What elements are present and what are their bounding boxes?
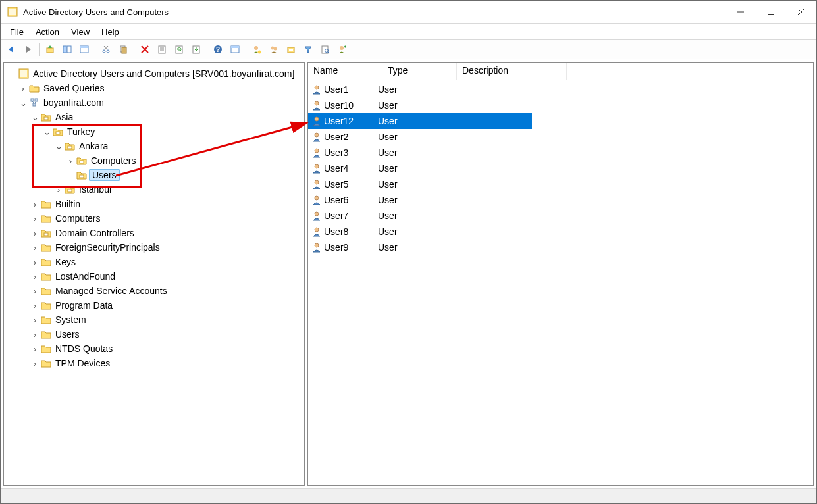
expand-icon[interactable]: › [30, 228, 40, 238]
back-button[interactable] [3, 41, 19, 57]
new-ou-button[interactable] [283, 41, 299, 57]
list-row[interactable]: User10User [308, 97, 813, 113]
tree-label: NTDS Quotas [54, 343, 114, 354]
column-name[interactable]: Name [308, 63, 382, 80]
minimize-button[interactable] [725, 2, 756, 22]
svg-line-13 [105, 46, 108, 50]
list-cell-type: User [378, 84, 441, 95]
tree-program-data[interactable]: › Program Data [8, 298, 300, 313]
expand-icon[interactable]: › [30, 214, 40, 224]
tree-system[interactable]: › System [8, 313, 300, 327]
list-row[interactable]: User9User [308, 239, 813, 255]
new-group-button[interactable] [266, 41, 282, 57]
expand-icon[interactable]: › [30, 243, 40, 253]
list-cell-type: User [378, 132, 441, 142]
tree-ankara-computers[interactable]: › Computers [8, 153, 300, 168]
tree-ankara-users[interactable]: Users [8, 168, 300, 182]
search-button[interactable] [317, 41, 333, 57]
expand-icon[interactable]: › [30, 286, 40, 296]
list-row[interactable]: User4User [308, 161, 813, 176]
tree-lostandfound[interactable]: › LostAndFound [8, 269, 300, 284]
tree-turkey[interactable]: ⌄ Turkey [8, 124, 300, 139]
tree-root[interactable]: Active Directory Users and Computers [SR… [8, 66, 300, 81]
svg-rect-50 [68, 189, 72, 192]
tree-saved-queries[interactable]: › Saved Queries [8, 81, 300, 95]
tree-istanbul[interactable]: › Istanbul [8, 182, 300, 197]
expand-icon[interactable]: › [30, 272, 40, 282]
list-row[interactable]: User12User [308, 113, 532, 129]
filter-button[interactable] [300, 41, 316, 57]
folder-icon [41, 199, 51, 209]
svg-point-31 [274, 47, 277, 51]
tree-domain[interactable]: ⌄ boyanfirat.com [8, 95, 300, 110]
tree-asia[interactable]: ⌄ Asia [8, 110, 300, 124]
refresh-button[interactable] [171, 41, 187, 57]
svg-rect-8 [67, 46, 71, 53]
properties-button[interactable] [154, 41, 170, 57]
folder-icon [41, 271, 51, 282]
svg-point-59 [315, 196, 319, 200]
close-button[interactable] [786, 2, 816, 22]
menu-help[interactable]: Help [96, 26, 124, 38]
tree-domain-controllers[interactable]: › Domain Controllers [8, 226, 300, 240]
expand-icon[interactable]: › [30, 359, 40, 368]
collapse-icon[interactable]: ⌄ [30, 113, 40, 122]
expand-icon[interactable]: › [66, 156, 75, 166]
expand-icon[interactable]: › [54, 185, 63, 195]
collapse-icon[interactable]: ⌄ [54, 141, 63, 151]
tree-pane[interactable]: Active Directory Users and Computers [SR… [3, 62, 305, 486]
list-row[interactable]: User6User [308, 192, 813, 208]
new-user-button[interactable] [249, 41, 265, 57]
tree-keys[interactable]: › Keys [8, 255, 300, 269]
list-row[interactable]: User3User [308, 145, 813, 161]
tree-users[interactable]: › Users [8, 327, 300, 341]
show-hide-action-pane-button[interactable] [76, 41, 92, 57]
tree-msa[interactable]: › Managed Service Accounts [8, 284, 300, 298]
help-button[interactable]: ? [210, 41, 226, 57]
menu-file[interactable]: File [5, 26, 29, 38]
expand-icon[interactable]: › [30, 315, 40, 325]
list-row[interactable]: User8User [308, 224, 813, 239]
export-list-button[interactable] [188, 41, 204, 57]
menu-view[interactable]: View [66, 26, 95, 38]
titlebar: Active Directory Users and Computers [1, 1, 816, 24]
list-row[interactable]: User5User [308, 176, 813, 192]
tree-tpm-devices[interactable]: › TPM Devices [8, 356, 300, 370]
delete-button[interactable] [137, 41, 153, 57]
tree-label: boyanfirat.com [42, 97, 105, 108]
tree-label: Saved Queries [42, 83, 106, 93]
expand-icon[interactable]: › [30, 257, 40, 267]
svg-point-52 [315, 86, 319, 89]
expand-icon[interactable]: › [30, 301, 40, 311]
forward-button[interactable] [20, 41, 36, 57]
add-to-group-button[interactable] [334, 41, 350, 57]
tree-ankara[interactable]: ⌄ Ankara [8, 139, 300, 153]
tree-computers[interactable]: › Computers [8, 211, 300, 226]
copy-button[interactable] [115, 41, 131, 57]
maximize-button[interactable] [756, 2, 786, 22]
collapse-icon[interactable]: ⌄ [18, 98, 28, 108]
expand-icon[interactable]: › [30, 330, 40, 340]
collapse-icon[interactable]: ⌄ [42, 127, 51, 137]
up-button[interactable] [42, 41, 58, 57]
expand-icon[interactable]: › [30, 344, 40, 354]
list-row[interactable]: User1User [308, 82, 813, 97]
ou-icon [53, 126, 63, 137]
show-hide-console-tree-button[interactable] [59, 41, 75, 57]
tree-builtin[interactable]: › Builtin [8, 197, 300, 211]
tree-fsp[interactable]: › ForeignSecurityPrincipals [8, 240, 300, 255]
expand-icon[interactable]: › [30, 199, 40, 209]
find-button[interactable] [227, 41, 243, 57]
column-type[interactable]: Type [382, 63, 457, 80]
list-row[interactable]: User2User [308, 129, 813, 145]
expand-icon[interactable]: › [18, 84, 28, 93]
menu-action[interactable]: Action [30, 26, 65, 38]
list-pane[interactable]: Name Type Description User1UserUser10Use… [307, 62, 814, 486]
column-description[interactable]: Description [457, 63, 567, 80]
list-row[interactable]: User7User [308, 208, 813, 224]
cut-button[interactable] [98, 41, 114, 57]
list-cell-name: User3 [324, 147, 378, 158]
folder-icon [41, 286, 51, 296]
tree-ntds-quotas[interactable]: › NTDS Quotas [8, 341, 300, 356]
list-cell-name: User1 [324, 84, 378, 95]
